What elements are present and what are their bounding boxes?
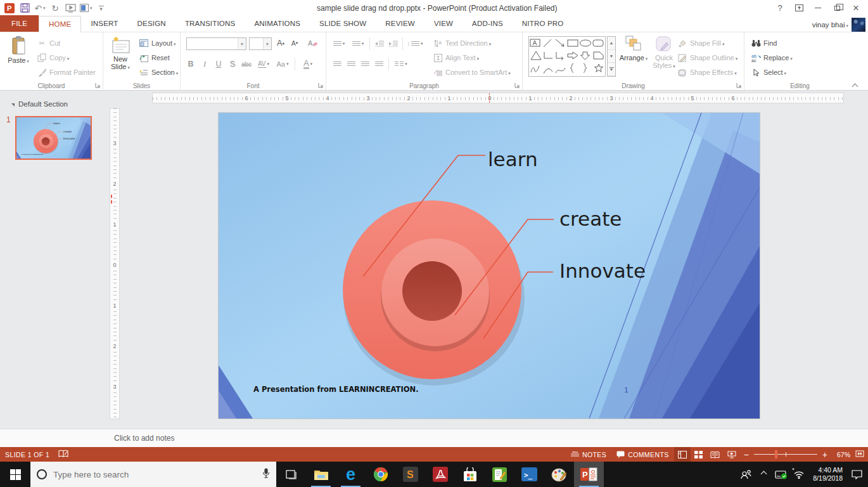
- shapes-scroll-down[interactable]: ▼: [608, 50, 615, 63]
- clipboard-dialog-launcher[interactable]: [95, 82, 101, 88]
- minimize-button[interactable]: [808, 1, 827, 15]
- grow-font-button[interactable]: A▴: [274, 37, 287, 49]
- comments-toggle[interactable]: COMMENTS: [611, 447, 673, 462]
- taskbar-app-edge[interactable]: e: [336, 462, 366, 487]
- increase-indent-button[interactable]: [387, 37, 400, 50]
- ribbon-display-options-button[interactable]: [789, 1, 808, 15]
- window-color-button[interactable]: [80, 2, 93, 15]
- bold-button[interactable]: B: [184, 58, 197, 70]
- tab-file[interactable]: FILE: [0, 15, 39, 32]
- text-direction-button[interactable]: A Text Direction: [433, 37, 491, 49]
- undo-button[interactable]: ↶: [34, 2, 46, 15]
- font-size-combo[interactable]: ▼: [249, 37, 272, 50]
- tab-insert[interactable]: INSERT: [81, 15, 127, 32]
- strikethrough-button[interactable]: abc: [240, 58, 253, 70]
- shape-effects-button[interactable]: Shape Effects: [677, 66, 737, 79]
- arrange-button[interactable]: Arrange: [619, 36, 648, 63]
- start-from-beginning-button[interactable]: [65, 2, 76, 15]
- tab-nitro-pro[interactable]: NITRO PRO: [513, 15, 573, 32]
- security-status-icon[interactable]: [774, 462, 789, 487]
- shapes-more[interactable]: ▼: [608, 63, 615, 76]
- taskbar-app-chrome[interactable]: [366, 462, 395, 487]
- find-button[interactable]: Find: [751, 37, 777, 49]
- align-left-button[interactable]: [331, 58, 343, 70]
- line-spacing-button[interactable]: ↕: [406, 37, 424, 50]
- shapes-scroll-up[interactable]: ▲: [608, 37, 615, 50]
- user-avatar[interactable]: [852, 18, 865, 32]
- tab-home[interactable]: HOME: [39, 16, 81, 32]
- cut-button[interactable]: ✂Cut: [37, 37, 60, 49]
- zoom-in-button[interactable]: +: [822, 451, 827, 458]
- shape-outline-button[interactable]: Shape Outline: [677, 51, 737, 64]
- slide-canvas[interactable]: [219, 113, 760, 419]
- task-view-button[interactable]: [276, 462, 306, 487]
- taskbar-app-notepad[interactable]: [485, 462, 514, 487]
- drawing-dialog-launcher[interactable]: [736, 82, 742, 88]
- taskbar-search[interactable]: [30, 462, 276, 487]
- numbering-button[interactable]: [350, 37, 366, 50]
- align-right-button[interactable]: [359, 58, 371, 70]
- clear-formatting-button[interactable]: A: [306, 37, 319, 49]
- zoom-slider-thumb[interactable]: [775, 450, 777, 458]
- user-account[interactable]: vinay bhai: [812, 18, 868, 32]
- text-shadow-button[interactable]: S: [226, 58, 239, 70]
- notes-pane[interactable]: Click to add notes: [0, 429, 868, 447]
- select-button[interactable]: Select: [751, 66, 786, 79]
- shapes-gallery[interactable]: [528, 36, 606, 77]
- italic-button[interactable]: I: [198, 58, 211, 70]
- taskbar-app-powershell[interactable]: >_: [514, 462, 544, 487]
- slide-thumbnail[interactable]: [15, 116, 92, 160]
- decrease-indent-button[interactable]: [373, 37, 386, 50]
- tab-animations[interactable]: ANIMATIONS: [245, 15, 310, 32]
- paste-button[interactable]: Paste: [4, 36, 33, 65]
- format-painter-button[interactable]: Format Painter: [37, 66, 96, 79]
- shape-fill-button[interactable]: Shape Fill: [677, 37, 724, 49]
- tab-transitions[interactable]: TRANSITIONS: [176, 15, 245, 32]
- slide-show-button[interactable]: [724, 447, 740, 462]
- shrink-font-button[interactable]: A▾: [288, 37, 301, 49]
- collapse-ribbon-button[interactable]: [853, 80, 862, 86]
- copy-button[interactable]: Copy: [37, 51, 69, 64]
- quick-styles-button[interactable]: Quick Styles: [649, 36, 679, 70]
- normal-view-button[interactable]: [674, 447, 691, 462]
- columns-button[interactable]: [392, 58, 410, 70]
- spell-check-icon[interactable]: [58, 450, 68, 459]
- action-center-icon[interactable]: [849, 462, 864, 487]
- change-case-button[interactable]: Aa: [274, 58, 291, 70]
- new-slide-button[interactable]: New Slide: [106, 36, 135, 72]
- align-center-button[interactable]: [345, 58, 357, 70]
- help-button[interactable]: ?: [770, 1, 789, 15]
- taskbar-app-powerpoint[interactable]: P: [574, 462, 604, 487]
- underline-button[interactable]: U: [212, 58, 225, 70]
- font-color-button[interactable]: A: [300, 58, 316, 70]
- paragraph-dialog-launcher[interactable]: [514, 82, 520, 88]
- taskbar-app-sublime[interactable]: S: [395, 462, 425, 487]
- replace-button[interactable]: abac Replace: [751, 51, 793, 64]
- people-icon[interactable]: [738, 462, 753, 487]
- microphone-icon[interactable]: [262, 468, 270, 481]
- zoom-out-button[interactable]: −: [744, 451, 749, 458]
- font-dialog-launcher[interactable]: [318, 82, 324, 88]
- shapes-gallery-scrollbar[interactable]: ▲ ▼ ▼: [607, 36, 616, 77]
- show-hidden-icons-button[interactable]: [756, 461, 771, 486]
- search-input[interactable]: [53, 470, 256, 479]
- wifi-icon[interactable]: *: [791, 462, 807, 487]
- redo-button[interactable]: ↻: [49, 2, 61, 15]
- layout-button[interactable]: Layout: [139, 37, 176, 49]
- taskbar-app-store[interactable]: [455, 462, 485, 487]
- notes-placeholder[interactable]: Click to add notes: [114, 434, 174, 443]
- taskbar-clock[interactable]: 4:40 AM 8/19/2018: [809, 466, 846, 483]
- fit-slide-to-window-button[interactable]: [855, 450, 864, 459]
- customize-quick-access-icon[interactable]: ▾: [99, 6, 104, 10]
- start-button[interactable]: [0, 462, 30, 487]
- convert-to-smartart-button[interactable]: Convert to SmartArt: [433, 66, 511, 79]
- section-header[interactable]: Default Section: [11, 100, 68, 108]
- reading-view-button[interactable]: [707, 447, 724, 462]
- bullets-button[interactable]: [331, 37, 347, 50]
- section-button[interactable]: Section: [139, 66, 178, 79]
- slide-sorter-view-button[interactable]: [691, 447, 707, 462]
- save-button[interactable]: [19, 2, 30, 15]
- justify-button[interactable]: [373, 58, 385, 70]
- tab-review[interactable]: REVIEW: [376, 15, 424, 32]
- notes-toggle[interactable]: NOTES: [566, 447, 611, 462]
